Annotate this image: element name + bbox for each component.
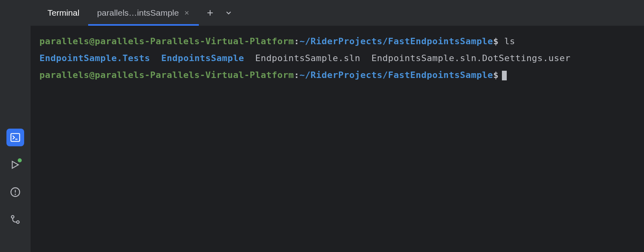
ls-dir-entry: EndpointSample.Tests [39, 53, 150, 63]
ls-dir-entry: EndpointsSample [161, 53, 244, 63]
left-toolwindow-sidebar [0, 0, 31, 252]
new-terminal-button[interactable] [204, 7, 216, 18]
prompt-path: ~/RiderProjects/FastEndpointsSample [299, 70, 493, 80]
svg-rect-0 [11, 133, 20, 141]
terminal-line: EndpointSample.Tests EndpointsSample End… [39, 50, 635, 67]
terminal-line: parallels@parallels-Parallels-Virtual-Pl… [39, 33, 635, 50]
prompt-path: ~/RiderProjects/FastEndpointsSample [299, 36, 493, 46]
prompt-separator: : [294, 36, 299, 46]
svg-point-3 [11, 215, 14, 218]
terminal-tabbar: Terminal parallels…intsSample [31, 0, 644, 26]
terminal-line: parallels@parallels-Parallels-Virtual-Pl… [39, 67, 635, 84]
terminal-session-tab-label: parallels…intsSample [97, 8, 179, 18]
terminal-panel: Terminal parallels…intsSample [31, 0, 644, 252]
terminal-session-tab[interactable]: parallels…intsSample [88, 0, 199, 26]
ls-file-entry: EndpointsSample.sln.DotSettings.user [372, 53, 571, 63]
svg-point-2 [15, 194, 15, 195]
terminal-dropdown-button[interactable] [223, 7, 234, 18]
terminal-main-tab-label: Terminal [47, 8, 79, 18]
terminal-main-tab[interactable]: Terminal [39, 0, 88, 26]
command-text: ls [504, 36, 516, 46]
run-tool-icon[interactable] [6, 156, 24, 174]
prompt-symbol: $ [493, 70, 499, 80]
prompt-user-host: parallels@parallels-Parallels-Virtual-Pl… [39, 36, 294, 46]
prompt-user-host: parallels@parallels-Parallels-Virtual-Pl… [39, 70, 294, 80]
terminal-tool-icon[interactable] [6, 129, 24, 146]
prompt-symbol: $ [493, 36, 499, 46]
terminal-output[interactable]: parallels@parallels-Parallels-Virtual-Pl… [31, 26, 644, 252]
run-status-badge [18, 158, 22, 162]
problems-tool-icon[interactable] [6, 183, 24, 201]
close-tab-icon[interactable] [184, 10, 190, 16]
ls-file-entry: EndpointsSample.sln [255, 53, 360, 63]
prompt-separator: : [294, 70, 299, 80]
svg-point-4 [17, 221, 19, 223]
git-tool-icon[interactable] [6, 211, 24, 228]
terminal-cursor [502, 71, 507, 80]
tabbar-actions [199, 7, 234, 18]
